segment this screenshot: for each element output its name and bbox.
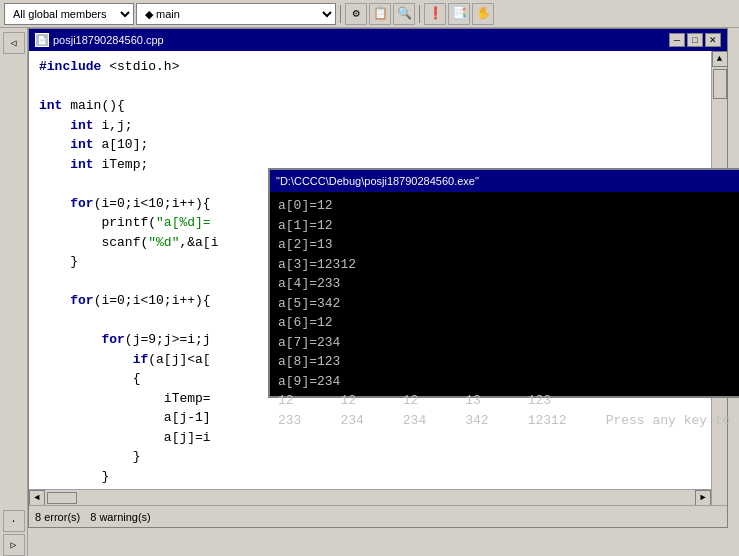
console-line-11: 12 12 12 13 123 — [278, 391, 739, 411]
console-titlebar: "D:\CCCC\Debug\posji18790284560.exe" — [270, 170, 739, 192]
code-window-title: posji18790284560.cpp — [53, 34, 164, 46]
console-title: "D:\CCCC\Debug\posji18790284560.exe" — [276, 175, 479, 187]
toolbar-btn-5[interactable]: 📑 — [448, 3, 470, 25]
console-line-5: a[4]=233 — [278, 274, 739, 294]
console-line-6: a[5]=342 — [278, 294, 739, 314]
scroll-up-btn[interactable]: ▲ — [712, 51, 728, 67]
separator-1 — [340, 5, 341, 23]
window-controls: ─ □ ✕ — [669, 33, 721, 47]
file-icon: 📄 — [35, 33, 49, 47]
console-line-3: a[2]=13 — [278, 235, 739, 255]
code-line-22: } — [39, 467, 701, 487]
code-window-titlebar: 📄 posji18790284560.cpp ─ □ ✕ — [29, 29, 727, 51]
function-dropdown[interactable]: ◆ main — [136, 3, 336, 25]
sidebar-btn-arrow[interactable]: ◁ — [3, 32, 25, 54]
maximize-button[interactable]: □ — [687, 33, 703, 47]
console-line-10: a[9]=234 — [278, 372, 739, 392]
console-body: a[0]=12 a[1]=12 a[2]=13 a[3]=12312 a[4]=… — [270, 192, 739, 434]
bottom-status-bar: 8 error(s) 8 warning(s) — [29, 505, 727, 527]
toolbar-btn-2[interactable]: 📋 — [369, 3, 391, 25]
console-line-1: a[0]=12 — [278, 196, 739, 216]
content-area: 📄 posji18790284560.cpp ─ □ ✕ #include <s… — [28, 28, 739, 556]
code-line-1: #include <stdio.h> — [39, 57, 701, 77]
console-line-2: a[1]=12 — [278, 216, 739, 236]
main-area: ◁ · ▷ 📄 posji18790284560.cpp ─ □ ✕ #incl… — [0, 28, 739, 556]
console-line-9: a[8]=123 — [278, 352, 739, 372]
main-toolbar: All global members ◆ main ⚙ 📋 🔍 ❗ 📑 ✋ — [0, 0, 739, 28]
title-left: 📄 posji18790284560.cpp — [35, 33, 164, 47]
h-scrollbar: ◄ ► — [29, 489, 711, 505]
members-dropdown[interactable]: All global members — [4, 3, 134, 25]
minimize-button[interactable]: ─ — [669, 33, 685, 47]
console-line-7: a[6]=12 — [278, 313, 739, 333]
toolbar-btn-3[interactable]: 🔍 — [393, 3, 415, 25]
console-line-12: 233 234 234 342 12312 Press any key to c… — [278, 411, 739, 431]
scrollbar-thumb[interactable] — [713, 69, 727, 99]
console-window: "D:\CCCC\Debug\posji18790284560.exe" a[0… — [268, 168, 739, 398]
console-line-8: a[7]=234 — [278, 333, 739, 353]
toolbar-btn-4[interactable]: ❗ — [424, 3, 446, 25]
code-line-21: } — [39, 447, 701, 467]
toolbar-btn-6[interactable]: ✋ — [472, 3, 494, 25]
sidebar-btn-right[interactable]: ▷ — [3, 534, 25, 556]
close-button[interactable]: ✕ — [705, 33, 721, 47]
sidebar-btn-dot[interactable]: · — [3, 510, 25, 532]
code-line-5: int a[10]; — [39, 135, 701, 155]
separator-2 — [419, 5, 420, 23]
scroll-right-btn[interactable]: ► — [695, 490, 711, 506]
console-line-4: a[3]=12312 — [278, 255, 739, 275]
code-line-4: int i,j; — [39, 116, 701, 136]
code-line-2 — [39, 77, 701, 97]
toolbar-btn-1[interactable]: ⚙ — [345, 3, 367, 25]
warning-count: 8 warning(s) — [90, 511, 151, 523]
code-line-3: int main(){ — [39, 96, 701, 116]
scroll-left-btn[interactable]: ◄ — [29, 490, 45, 506]
error-count: 8 error(s) — [35, 511, 80, 523]
left-sidebar: ◁ · ▷ — [0, 28, 28, 556]
h-scroll-thumb[interactable] — [47, 492, 77, 504]
